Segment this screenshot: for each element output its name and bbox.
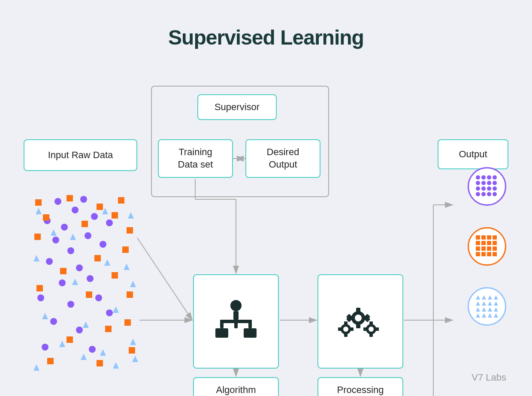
svg-marker-104 (113, 306, 119, 313)
svg-marker-157 (476, 313, 480, 318)
svg-rect-138 (481, 246, 486, 251)
svg-point-25 (369, 327, 374, 332)
svg-marker-99 (33, 255, 39, 261)
svg-point-124 (493, 186, 497, 191)
svg-marker-146 (482, 295, 486, 300)
svg-marker-103 (42, 313, 48, 319)
svg-point-56 (85, 232, 91, 239)
svg-rect-71 (35, 199, 42, 206)
svg-rect-7 (234, 320, 238, 328)
svg-rect-91 (129, 347, 135, 354)
svg-marker-93 (102, 208, 108, 214)
svg-point-114 (481, 175, 486, 180)
svg-rect-74 (118, 197, 124, 204)
processing-icon (335, 300, 386, 343)
svg-rect-29 (363, 327, 367, 331)
svg-marker-154 (482, 307, 486, 312)
svg-rect-131 (487, 235, 491, 240)
svg-marker-102 (130, 281, 136, 287)
algorithm-icon (212, 298, 260, 345)
svg-rect-73 (97, 204, 103, 210)
svg-point-125 (476, 192, 480, 196)
svg-point-51 (61, 224, 68, 231)
svg-marker-109 (113, 362, 119, 369)
svg-rect-144 (493, 252, 497, 256)
svg-point-61 (59, 279, 66, 286)
svg-point-0 (230, 300, 242, 311)
svg-marker-94 (36, 208, 42, 214)
svg-point-66 (50, 318, 57, 325)
svg-rect-82 (60, 268, 66, 274)
svg-point-115 (487, 175, 491, 180)
svg-point-70 (89, 346, 96, 353)
scatter-svg (24, 189, 139, 373)
svg-rect-10 (356, 308, 360, 312)
output-circle-orange (468, 227, 506, 266)
svg-rect-76 (82, 221, 88, 227)
svg-rect-75 (43, 214, 49, 221)
svg-marker-149 (476, 301, 480, 306)
svg-marker-101 (72, 279, 78, 285)
svg-rect-135 (487, 241, 491, 245)
v7-logo: V7 Labs (472, 372, 506, 383)
svg-point-116 (493, 175, 497, 180)
training-box: TrainingData set (158, 139, 233, 178)
svg-marker-158 (482, 313, 486, 318)
svg-rect-28 (375, 327, 379, 331)
svg-point-53 (91, 213, 98, 220)
svg-point-69 (42, 344, 48, 351)
svg-point-67 (76, 327, 83, 333)
svg-marker-156 (494, 307, 498, 312)
svg-rect-81 (122, 246, 129, 253)
svg-marker-107 (130, 339, 136, 345)
svg-marker-155 (488, 307, 492, 312)
svg-rect-85 (36, 285, 43, 291)
svg-point-118 (481, 181, 486, 185)
svg-point-117 (476, 181, 480, 185)
svg-marker-147 (488, 295, 492, 300)
scatter-plot (24, 189, 139, 373)
svg-rect-21 (344, 333, 348, 337)
svg-point-60 (106, 219, 113, 226)
svg-rect-140 (493, 246, 497, 251)
svg-point-128 (493, 192, 497, 196)
svg-rect-132 (493, 235, 497, 240)
output-box: Output (438, 139, 508, 169)
svg-rect-26 (369, 321, 373, 325)
svg-rect-22 (350, 327, 354, 331)
svg-point-58 (46, 258, 53, 265)
svg-rect-6 (244, 328, 257, 338)
svg-marker-111 (81, 354, 87, 360)
svg-rect-80 (94, 255, 101, 261)
svg-point-9 (355, 315, 362, 321)
svg-rect-90 (47, 358, 54, 364)
svg-point-121 (476, 186, 480, 191)
svg-rect-129 (476, 235, 480, 240)
svg-rect-88 (124, 319, 131, 326)
svg-point-119 (487, 181, 491, 185)
svg-rect-92 (97, 360, 103, 366)
svg-rect-86 (86, 291, 92, 298)
diagram-area: Supervisor TrainingData set DesiredOutpu… (0, 73, 532, 396)
svg-point-59 (76, 264, 83, 271)
output-circle-purple (468, 167, 506, 206)
page-title: Supervised Learning (0, 0, 532, 49)
svg-point-123 (487, 186, 491, 191)
svg-rect-89 (66, 336, 73, 343)
svg-marker-105 (59, 341, 65, 347)
svg-rect-136 (493, 241, 497, 245)
svg-marker-151 (488, 301, 492, 306)
svg-point-48 (54, 198, 61, 205)
svg-rect-143 (487, 252, 491, 256)
svg-rect-1 (233, 311, 239, 320)
svg-point-113 (476, 175, 480, 180)
svg-rect-4 (248, 320, 252, 328)
svg-rect-72 (66, 195, 73, 201)
svg-point-19 (343, 327, 348, 332)
svg-point-52 (80, 196, 87, 203)
svg-rect-20 (344, 321, 348, 325)
svg-point-54 (52, 237, 59, 243)
svg-rect-79 (34, 234, 41, 240)
svg-rect-141 (476, 252, 480, 256)
svg-marker-152 (494, 301, 498, 306)
